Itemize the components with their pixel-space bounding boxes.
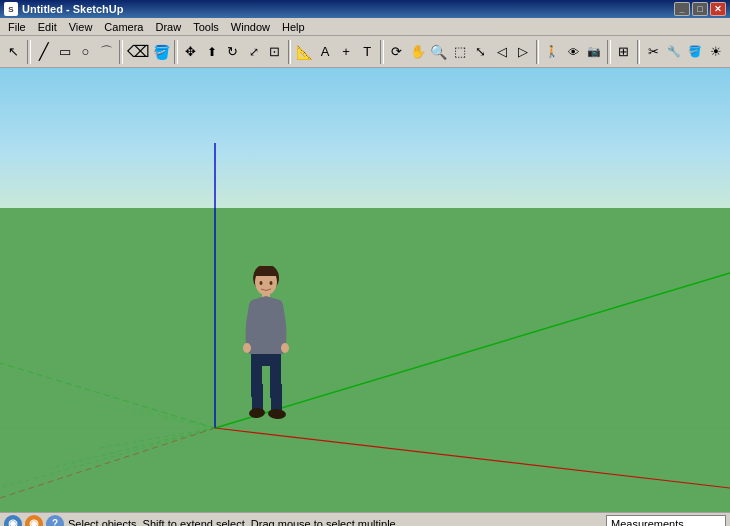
menu-edit[interactable]: Edit [32,20,63,34]
standard-views-tool[interactable]: ⊞ [614,40,634,64]
person-figure [238,266,296,426]
toolbar: ↖ ╱ ▭ ○ ⌒ ⌫ 🪣 ✥ ⬆ ↻ ⤢ ⊡ 📐 A + T ⟳ ✋ 🔍 ⬚ … [0,36,730,68]
status-icon-2[interactable]: ◉ [25,515,43,527]
title-bar: S Untitled - SketchUp _ □ ✕ [0,0,730,18]
svg-point-20 [268,408,287,420]
rectangle-tool[interactable]: ▭ [55,40,75,64]
svg-point-15 [281,343,289,353]
toolbar-sep-6 [536,40,540,64]
orbit-tool[interactable]: ⟳ [387,40,407,64]
menu-camera[interactable]: Camera [98,20,149,34]
prev-view-tool[interactable]: ◁ [492,40,512,64]
arc-tool[interactable]: ⌒ [97,40,117,64]
svg-rect-18 [271,384,282,412]
maximize-button[interactable]: □ [692,2,708,16]
menu-bar: File Edit View Camera Draw Tools Window … [0,18,730,36]
sky [0,68,730,208]
svg-point-14 [243,343,251,353]
offset-tool[interactable]: ⊡ [265,40,285,64]
materials-tool[interactable]: 🪣 [685,40,705,64]
svg-rect-16 [251,354,281,366]
ground [0,208,730,512]
scale-tool[interactable]: ⤢ [244,40,264,64]
toolbar-sep-1 [27,40,31,64]
move-tool[interactable]: ✥ [181,40,201,64]
viewport[interactable] [0,68,730,512]
close-button[interactable]: ✕ [710,2,726,16]
svg-point-22 [270,281,273,285]
title-bar-left: S Untitled - SketchUp [4,2,123,16]
select-tool[interactable]: ↖ [4,40,24,64]
pan-tool[interactable]: ✋ [408,40,428,64]
menu-help[interactable]: Help [276,20,311,34]
circle-tool[interactable]: ○ [76,40,96,64]
tape-tool[interactable]: 📐 [294,40,314,64]
look-tool[interactable]: 👁 [563,40,583,64]
minimize-button[interactable]: _ [674,2,690,16]
menu-draw[interactable]: Draw [149,20,187,34]
walk-tool[interactable]: 🚶 [542,40,562,64]
menu-view[interactable]: View [63,20,99,34]
app-icon: S [4,2,18,16]
window-title: Untitled - SketchUp [22,3,123,15]
paint-tool[interactable]: 🪣 [151,40,171,64]
status-bar: ◉ ◉ ? Select objects. Shift to extend se… [0,512,730,526]
status-icon-1[interactable]: ◉ [4,515,22,527]
axes-tool[interactable]: + [336,40,356,64]
menu-tools[interactable]: Tools [187,20,225,34]
erase-tool[interactable]: ⌫ [126,40,150,64]
toolbar-sep-3 [174,40,178,64]
window-controls[interactable]: _ □ ✕ [674,2,726,16]
status-text: Select objects. Shift to extend select. … [68,518,602,527]
zoom-tool[interactable]: 🔍 [429,40,449,64]
rotate-tool[interactable]: ↻ [223,40,243,64]
line-tool[interactable]: ╱ [34,40,54,64]
zoom-window-tool[interactable]: ⬚ [450,40,470,64]
text-tool[interactable]: A [315,40,335,64]
components-tool[interactable]: 🔧 [664,40,684,64]
status-icons: ◉ ◉ ? [4,515,64,527]
svg-point-21 [260,281,263,285]
menu-window[interactable]: Window [225,20,276,34]
toolbar-sep-8 [637,40,641,64]
3dtext-tool[interactable]: T [357,40,377,64]
measurements-box[interactable]: Measurements [606,515,726,527]
menu-file[interactable]: File [2,20,32,34]
toolbar-sep-4 [288,40,292,64]
zoom-extents-tool[interactable]: ⤡ [471,40,491,64]
help-icon[interactable]: ? [46,515,64,527]
shadows-tool[interactable]: ☀ [706,40,726,64]
camera-tool[interactable]: 📷 [584,40,604,64]
toolbar-sep-7 [607,40,611,64]
toolbar-sep-2 [119,40,123,64]
measurements-label: Measurements [611,518,684,527]
section-tool[interactable]: ✂ [643,40,663,64]
toolbar-sep-5 [380,40,384,64]
svg-rect-17 [252,384,263,412]
pushpull-tool[interactable]: ⬆ [202,40,222,64]
next-view-tool[interactable]: ▷ [513,40,533,64]
